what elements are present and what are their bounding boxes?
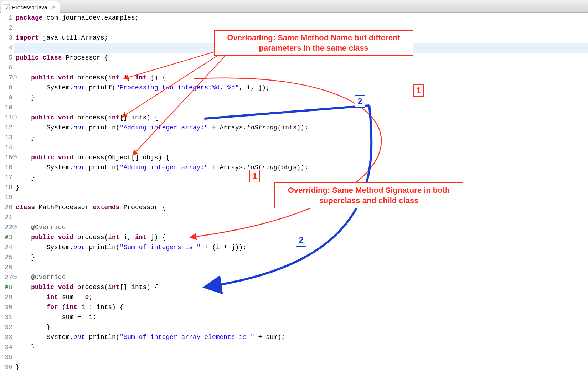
line-number: 10 <box>0 103 12 113</box>
annotation-overloading: Overloading: Same Method Name but differ… <box>214 30 413 56</box>
code-area[interactable]: Overloading: Same Method Name but differ… <box>14 13 588 392</box>
code-line[interactable]: } <box>14 172 588 182</box>
tab-bar: J Processor.java ✕ <box>0 0 588 13</box>
line-number: 19 <box>0 192 12 202</box>
editor: 1234567−891011−12131415−16171819202122−2… <box>0 13 588 392</box>
line-number: 30 <box>0 302 12 312</box>
code-line[interactable] <box>14 103 588 113</box>
annotation-label-1-top: 1 <box>413 84 424 97</box>
line-number: 25 <box>0 252 12 262</box>
line-number: 14 <box>0 143 12 153</box>
override-marker-icon[interactable] <box>4 235 9 238</box>
code-line[interactable] <box>14 143 588 153</box>
line-number: 6 <box>0 63 12 73</box>
code-line[interactable]: } <box>14 133 588 143</box>
code-line[interactable]: } <box>14 93 588 103</box>
line-number: 36 <box>0 362 12 372</box>
line-number: 33 <box>0 332 12 342</box>
line-number: 4 <box>0 43 12 53</box>
line-number: 26 <box>0 262 12 272</box>
text-cursor <box>16 43 16 51</box>
line-number: 3 <box>0 33 12 43</box>
annotation-label-2-top: 2 <box>355 95 365 108</box>
code-line[interactable]: @Override <box>14 222 588 232</box>
annotation-label-1-bottom: 1 <box>249 170 260 182</box>
svg-text:J: J <box>6 5 8 9</box>
code-line[interactable]: sum += i; <box>14 312 588 322</box>
code-line[interactable]: } <box>14 342 588 352</box>
line-number: 5 <box>0 53 12 63</box>
code-line[interactable]: System.out.println("Sum of integer array… <box>14 332 588 342</box>
annotation-overriding: Overriding: Same Method Signature in bot… <box>274 182 463 208</box>
line-number: 15− <box>0 153 12 163</box>
code-line[interactable]: System.out.println("Adding integer array… <box>14 123 588 133</box>
line-number: 34 <box>0 342 12 352</box>
code-line[interactable]: public void process(int[] ints) { <box>14 113 588 123</box>
code-line[interactable]: } <box>14 252 588 262</box>
line-number: 13 <box>0 133 12 143</box>
code-line[interactable] <box>14 352 588 362</box>
line-number: 8 <box>0 83 12 93</box>
code-line[interactable]: System.out.printf("Processing two intege… <box>14 83 588 93</box>
line-number: 9 <box>0 93 12 103</box>
code-line[interactable] <box>14 63 588 73</box>
java-file-icon: J <box>4 4 10 10</box>
code-line[interactable] <box>14 212 588 222</box>
line-number: 24 <box>0 242 12 252</box>
line-number: 17 <box>0 172 12 182</box>
line-number: 31 <box>0 312 12 322</box>
close-icon[interactable]: ✕ <box>51 4 56 10</box>
line-number: 7− <box>0 73 12 83</box>
line-number: 2 <box>0 23 12 33</box>
line-number: 27− <box>0 272 12 282</box>
code-line[interactable]: System.out.println("Adding integer array… <box>14 163 588 172</box>
editor-tab[interactable]: J Processor.java ✕ <box>1 1 60 13</box>
code-line[interactable]: package com.journaldev.examples; <box>14 13 588 23</box>
line-number: 20 <box>0 202 12 212</box>
line-number: 32 <box>0 322 12 332</box>
line-number: 21 <box>0 212 12 222</box>
line-number: 12 <box>0 123 12 133</box>
line-number: 29 <box>0 292 12 302</box>
code-line[interactable]: } <box>14 362 588 372</box>
code-line[interactable]: int sum = 0; <box>14 292 588 302</box>
code-line[interactable]: } <box>14 322 588 332</box>
code-line[interactable] <box>14 262 588 272</box>
line-number: 11− <box>0 113 12 123</box>
code-line[interactable]: for (int i : ints) { <box>14 302 588 312</box>
line-number: 18 <box>0 182 12 192</box>
code-line[interactable]: public void process(int i, int j) { <box>14 73 588 83</box>
code-line[interactable]: public void process(int[] ints) { <box>14 282 588 292</box>
code-line[interactable]: public void process(Object[] objs) { <box>14 153 588 163</box>
tab-title: Processor.java <box>12 4 47 10</box>
code-line[interactable]: @Override <box>14 272 588 282</box>
line-number: 16 <box>0 163 12 172</box>
line-number: 1 <box>0 13 12 23</box>
line-number-gutter: 1234567−891011−12131415−16171819202122−2… <box>0 13 14 392</box>
override-marker-icon[interactable] <box>4 285 9 288</box>
line-number: 22− <box>0 222 12 232</box>
code-line[interactable]: public void process(int i, int j) { <box>14 232 588 242</box>
line-number: 35 <box>0 352 12 362</box>
